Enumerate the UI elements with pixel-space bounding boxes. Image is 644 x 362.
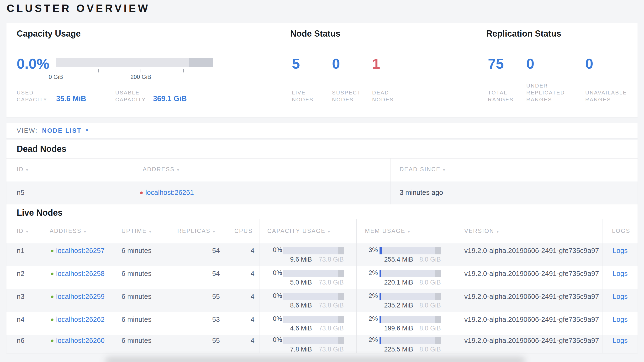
- live-col-replicas-label: REPLICAS: [177, 228, 210, 234]
- used-capacity-label-line1: USED: [17, 89, 47, 96]
- node-cpus: 4: [224, 316, 254, 323]
- mem-total: 8.0 GiB: [405, 279, 441, 286]
- divider: [6, 158, 638, 158]
- live-col-cpus[interactable]: CPUS: [234, 228, 253, 234]
- node-address-link[interactable]: localhost:26259: [56, 293, 104, 301]
- suspect-nodes-label-line2: NODES: [332, 96, 361, 103]
- mem-bar-fill: [380, 337, 381, 344]
- node-version: v19.2.0-alpha.20190606-2491-gfe735c9a97: [464, 316, 599, 323]
- sort-desc-icon: ▼: [176, 168, 180, 172]
- dead-nodes-title: Dead Nodes: [17, 144, 66, 154]
- node-replicas: 54: [165, 247, 220, 255]
- suspect-nodes-label-line1: SUSPECT: [332, 89, 361, 96]
- under-replicated-label-line1: UNDER-: [526, 82, 565, 89]
- logs-link[interactable]: Logs: [602, 270, 638, 278]
- cluster-summary-card: Capacity Usage 0.0% 0 GiB 200 GiB USED C…: [6, 23, 638, 117]
- sort-desc-icon: ▼: [83, 230, 87, 234]
- capacity-mini-bar: [283, 337, 344, 344]
- capacity-total: 73.8 GiB: [308, 346, 344, 353]
- dead-nodes-count: 1: [372, 56, 380, 71]
- capacity-total: 73.8 GiB: [308, 302, 344, 309]
- node-cpus: 4: [224, 337, 254, 344]
- node-id: n1: [17, 247, 24, 255]
- mem-mini-bar: [380, 316, 441, 323]
- live-status-dot-icon: [51, 250, 54, 252]
- view-dropdown[interactable]: NODE LIST ▼: [42, 127, 90, 134]
- node-id: n4: [17, 316, 24, 323]
- node-version: v19.2.0-alpha.20190606-2491-gfe735c9a97: [464, 270, 599, 278]
- nodes-tables-card: Dead Nodes ID▼ ADDRESS▼ DEAD SINCE▼ n5 l…: [6, 140, 638, 353]
- capacity-pct: 0%: [259, 336, 282, 343]
- under-replicated-ranges-count: 0: [526, 56, 534, 71]
- mem-total: 8.0 GiB: [405, 256, 441, 263]
- used-capacity-label: USED CAPACITY: [17, 89, 47, 103]
- node-address-link[interactable]: localhost:26262: [56, 316, 104, 323]
- live-col-logs[interactable]: LOGS: [612, 228, 630, 234]
- node-address-link[interactable]: localhost:26257: [56, 247, 104, 255]
- mem-bar-reserved-segment: [435, 270, 441, 277]
- capacity-bar-reserved-segment: [338, 293, 344, 300]
- live-nodes-label-line2: NODES: [292, 96, 314, 103]
- table-row: n2 localhost:26258 6 minutes 54 4 0% 5.0…: [6, 266, 638, 289]
- suspect-nodes-label: SUSPECT NODES: [332, 89, 361, 103]
- sort-desc-icon: ▼: [148, 230, 152, 234]
- live-col-version[interactable]: VERSION▼: [464, 228, 500, 234]
- view-label: VIEW:: [17, 127, 38, 134]
- dead-node-id: n5: [17, 189, 24, 197]
- live-col-uptime[interactable]: UPTIME▼: [122, 228, 152, 234]
- live-col-uptime-label: UPTIME: [122, 228, 147, 234]
- view-dropdown-value: NODE LIST: [42, 127, 82, 134]
- live-col-replicas[interactable]: REPLICAS▼: [177, 228, 216, 234]
- dead-col-id[interactable]: ID▼: [17, 166, 29, 173]
- mem-pct: 3%: [356, 246, 378, 254]
- logs-link[interactable]: Logs: [602, 337, 638, 344]
- axis-tick: [56, 69, 56, 72]
- live-col-id[interactable]: ID▼: [17, 228, 29, 234]
- dead-node-address-link[interactable]: localhost:26261: [145, 189, 194, 197]
- mem-mini-bar: [380, 247, 441, 254]
- axis-tick: [98, 69, 99, 72]
- dead-col-dead-since-label: DEAD SINCE: [400, 166, 441, 172]
- sort-desc-icon: ▼: [25, 230, 29, 234]
- dead-col-dead-since[interactable]: DEAD SINCE▼: [400, 166, 446, 173]
- capacity-total: 73.8 GiB: [308, 279, 344, 286]
- dead-col-id-label: ID: [17, 166, 24, 172]
- logs-link[interactable]: Logs: [602, 316, 638, 323]
- used-capacity-label-line2: CAPACITY: [17, 96, 47, 103]
- mem-pct: 2%: [356, 269, 378, 277]
- live-col-capacity-usage[interactable]: CAPACITY USAGE▼: [267, 228, 331, 234]
- capacity-mini-bar: [283, 247, 344, 254]
- chevron-down-icon: ▼: [85, 128, 90, 133]
- live-status-dot-icon: [51, 273, 54, 275]
- unavailable-label-line1: UNAVAILABLE: [585, 89, 627, 96]
- live-col-capacity-usage-label: CAPACITY USAGE: [267, 228, 326, 234]
- live-col-version-label: VERSION: [464, 228, 494, 234]
- under-replicated-label-line2: REPLICATED: [526, 89, 565, 96]
- sort-desc-icon: ▼: [25, 168, 29, 172]
- mem-bar-reserved-segment: [435, 337, 441, 344]
- live-col-address[interactable]: ADDRESS▼: [50, 228, 87, 234]
- node-replicas: 55: [165, 337, 220, 344]
- live-status-dot-icon: [51, 295, 54, 298]
- node-version: v19.2.0-alpha.20190606-2491-gfe735c9a97: [464, 337, 599, 344]
- dead-col-address-label: ADDRESS: [143, 166, 175, 172]
- mem-bar-reserved-segment: [435, 293, 441, 300]
- node-replicas: 54: [165, 270, 220, 278]
- node-address-link[interactable]: localhost:26258: [56, 270, 104, 278]
- node-cpus: 4: [224, 293, 254, 301]
- capacity-total: 73.8 GiB: [308, 325, 344, 332]
- mem-mini-bar: [380, 270, 441, 277]
- live-col-mem-usage[interactable]: MEM USAGE▼: [365, 228, 411, 234]
- live-nodes-count: 5: [292, 56, 300, 71]
- logs-link[interactable]: Logs: [602, 247, 638, 255]
- dead-col-address[interactable]: ADDRESS▼: [143, 166, 180, 173]
- capacity-mini-bar: [283, 316, 344, 323]
- node-address-link[interactable]: localhost:26260: [56, 337, 104, 344]
- usable-capacity-label: USABLE CAPACITY: [115, 89, 146, 103]
- logs-link[interactable]: Logs: [602, 293, 638, 301]
- mem-mini-bar: [380, 293, 441, 300]
- mem-pct: 2%: [356, 336, 378, 343]
- live-col-cpus-label: CPUS: [234, 228, 253, 234]
- capacity-pct: 0%: [259, 292, 282, 300]
- node-uptime: 6 minutes: [122, 337, 152, 344]
